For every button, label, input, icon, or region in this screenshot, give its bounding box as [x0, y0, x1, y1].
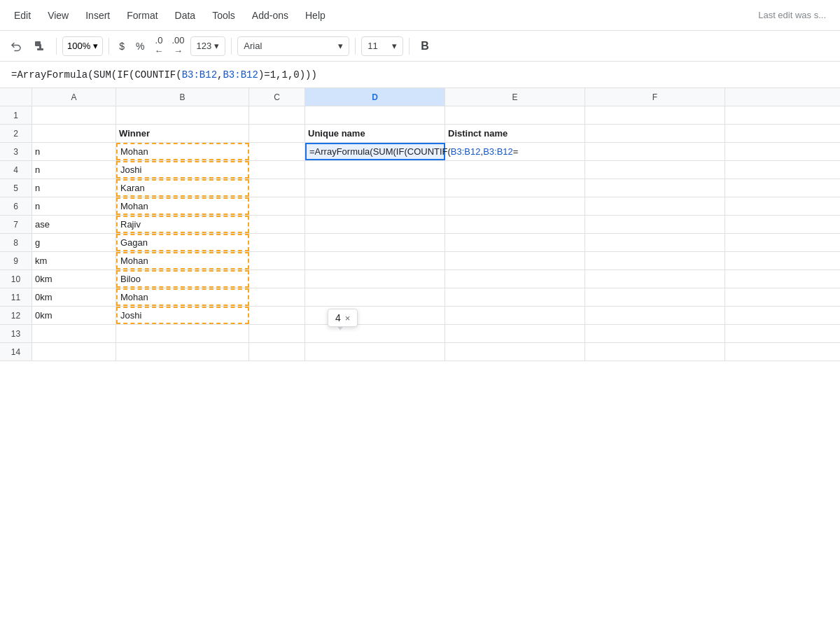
cell-b2[interactable]: Winner	[116, 125, 249, 142]
cell-c14[interactable]	[249, 343, 305, 360]
cell-b7[interactable]: Rajiv	[116, 216, 249, 233]
cell-b12[interactable]: Joshi	[116, 307, 249, 324]
cell-c1[interactable]	[249, 106, 305, 124]
cell-e8[interactable]	[445, 234, 585, 251]
cell-f8[interactable]	[585, 234, 725, 251]
cell-e7[interactable]	[445, 216, 585, 233]
cell-d3[interactable]: =ArrayFormula(SUM(IF(COUNTIF(B3:B12,B3:B…	[305, 143, 445, 160]
cell-a5[interactable]: n	[32, 179, 116, 197]
decimal-increase-button[interactable]: .00 →	[169, 34, 188, 57]
cell-c5[interactable]	[249, 179, 305, 197]
cell-d6[interactable]	[305, 197, 445, 215]
cell-f7[interactable]	[585, 216, 725, 233]
cell-d9[interactable]	[305, 252, 445, 270]
cell-a6[interactable]: n	[32, 197, 116, 215]
cell-c13[interactable]	[249, 325, 305, 342]
cell-e6[interactable]	[445, 197, 585, 215]
undo-button[interactable]	[6, 36, 27, 56]
cell-d12[interactable]	[305, 307, 445, 324]
cell-e2[interactable]: Distinct name	[445, 125, 585, 142]
tooltip-close-button[interactable]: ×	[345, 313, 351, 323]
percent-button[interactable]: %	[132, 38, 148, 55]
cell-a13[interactable]	[32, 325, 116, 342]
col-header-a[interactable]: A	[32, 88, 116, 106]
cell-c7[interactable]	[249, 216, 305, 233]
cell-b11[interactable]: Mohan	[116, 288, 249, 306]
cell-d13[interactable]	[305, 325, 445, 342]
cell-f11[interactable]	[585, 288, 725, 306]
cell-f9[interactable]	[585, 252, 725, 270]
cell-e11[interactable]	[445, 288, 585, 306]
menu-help[interactable]: Help	[297, 6, 334, 25]
font-selector[interactable]: Arial ▾	[237, 36, 349, 56]
cell-c4[interactable]	[249, 161, 305, 178]
menu-addons[interactable]: Add-ons	[244, 6, 297, 25]
cell-b6[interactable]: Mohan	[116, 197, 249, 215]
cell-f14[interactable]	[585, 343, 725, 360]
cell-b5[interactable]: Karan	[116, 179, 249, 197]
cell-d8[interactable]	[305, 234, 445, 251]
cell-a7[interactable]: ase	[32, 216, 116, 233]
menu-format[interactable]: Format	[118, 6, 166, 25]
cell-e12[interactable]	[445, 307, 585, 324]
cell-f5[interactable]	[585, 179, 725, 197]
menu-tools[interactable]: Tools	[204, 6, 244, 25]
cell-d14[interactable]	[305, 343, 445, 360]
cell-f12[interactable]	[585, 307, 725, 324]
cell-a14[interactable]	[32, 343, 116, 360]
number-format-dropdown[interactable]: 123 ▾	[190, 36, 226, 56]
cell-c3[interactable]	[249, 143, 305, 160]
cell-b14[interactable]	[116, 343, 249, 360]
cell-f13[interactable]	[585, 325, 725, 342]
cell-f2[interactable]	[585, 125, 725, 142]
cell-b10[interactable]: Biloo	[116, 270, 249, 288]
cell-b3[interactable]: Mohan	[116, 143, 249, 160]
cell-c8[interactable]	[249, 234, 305, 251]
currency-button[interactable]: $	[115, 38, 129, 55]
cell-f6[interactable]	[585, 197, 725, 215]
cell-d10[interactable]	[305, 270, 445, 288]
cell-f1[interactable]	[585, 106, 725, 124]
cell-a10[interactable]: 0km	[32, 270, 116, 288]
font-size-selector[interactable]: 11 ▾	[361, 36, 403, 56]
cell-e13[interactable]	[445, 325, 585, 342]
cell-b1[interactable]	[116, 106, 249, 124]
cell-b13[interactable]	[116, 325, 249, 342]
col-header-f[interactable]: F	[585, 88, 725, 106]
cell-e10[interactable]	[445, 270, 585, 288]
col-header-d[interactable]: D	[305, 88, 445, 106]
menu-data[interactable]: Data	[167, 6, 204, 25]
menu-insert[interactable]: Insert	[77, 6, 118, 25]
cell-b4[interactable]: Joshi	[116, 161, 249, 178]
cell-a3[interactable]: n	[32, 143, 116, 160]
cell-a12[interactable]: 0km	[32, 307, 116, 324]
cell-c12[interactable]	[249, 307, 305, 324]
menu-edit[interactable]: Edit	[6, 6, 39, 25]
cell-a8[interactable]: g	[32, 234, 116, 251]
cell-a11[interactable]: 0km	[32, 288, 116, 306]
col-header-c[interactable]: C	[249, 88, 305, 106]
cell-a4[interactable]: n	[32, 161, 116, 178]
cell-f4[interactable]	[585, 161, 725, 178]
cell-c2[interactable]	[249, 125, 305, 142]
cell-b8[interactable]: Gagan	[116, 234, 249, 251]
cell-d2[interactable]: Unique name	[305, 125, 445, 142]
cell-d11[interactable]	[305, 288, 445, 306]
zoom-selector[interactable]: 100% ▾	[62, 36, 103, 56]
cell-c11[interactable]	[249, 288, 305, 306]
col-header-e[interactable]: E	[445, 88, 585, 106]
menu-view[interactable]: View	[39, 6, 77, 25]
cell-f3[interactable]	[585, 143, 725, 160]
cell-b9[interactable]: Mohan	[116, 252, 249, 270]
cell-e4[interactable]	[445, 161, 585, 178]
cell-e14[interactable]	[445, 343, 585, 360]
cell-a2[interactable]	[32, 125, 116, 142]
cell-c10[interactable]	[249, 270, 305, 288]
cell-d5[interactable]	[305, 179, 445, 197]
paint-format-button[interactable]	[29, 36, 50, 56]
cell-e1[interactable]	[445, 106, 585, 124]
cell-c6[interactable]	[249, 197, 305, 215]
decimal-decrease-button[interactable]: .0 ←	[152, 34, 167, 57]
cell-e9[interactable]	[445, 252, 585, 270]
bold-button[interactable]: B	[415, 37, 435, 55]
